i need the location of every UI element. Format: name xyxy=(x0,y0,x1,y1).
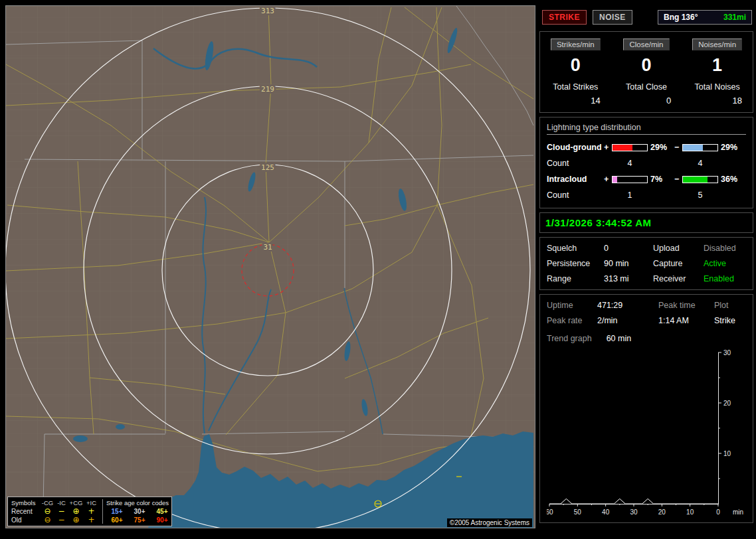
cg-negative-pct: 29% xyxy=(718,143,743,152)
squelch-label: Squelch xyxy=(547,244,604,253)
neg-cg-recent-icon: ⊖ xyxy=(41,508,54,515)
plot-label: Plot xyxy=(714,301,746,310)
legend-symbols-title: Symbols xyxy=(11,499,41,506)
svg-text:20: 20 xyxy=(723,400,731,407)
neg-ic-recent-icon: − xyxy=(54,508,68,515)
ic-positive-bar xyxy=(612,176,648,183)
legend-divider xyxy=(102,499,103,524)
capture-label: Capture xyxy=(653,259,704,268)
clock-section: 1/31/2026 3:44:52 AM xyxy=(539,212,753,233)
uptime-label: Uptime xyxy=(547,301,597,310)
svg-text:0: 0 xyxy=(716,508,720,516)
ring-label-313: 313 xyxy=(261,7,274,15)
age-code-15: 15+ xyxy=(106,508,128,515)
pos-cg-recent-icon: ⊕ xyxy=(68,508,84,515)
legend-col-neg-cg: -CG xyxy=(41,499,54,506)
legend-col-neg-ic: -IC xyxy=(54,499,68,506)
distribution-section: Lightning type distribution Cloud-ground… xyxy=(539,117,753,208)
persistence-label: Persistence xyxy=(547,259,604,268)
trend-graph-window: 60 min xyxy=(607,334,632,343)
noises-per-min-value: 1 xyxy=(682,55,753,76)
ic-negative-bar xyxy=(682,176,718,183)
legend-old-label: Old xyxy=(11,516,41,524)
rates-section: Strikes/min 0 Total Strikes 14 Close/min… xyxy=(539,31,753,113)
cg-positive-count: 4 xyxy=(612,159,648,168)
cg-negative-bar xyxy=(682,144,718,151)
age-code-75: 75+ xyxy=(128,516,151,524)
legend-recent-label: Recent xyxy=(11,508,41,515)
cloud-ground-label: Cloud-ground xyxy=(547,143,604,152)
svg-text:10: 10 xyxy=(723,450,731,457)
ic-negative-pct: 36% xyxy=(718,175,743,184)
legend-age-title: Strike age color codes xyxy=(106,499,173,506)
age-code-45: 45+ xyxy=(151,508,173,515)
peak-time-value: 1:14 AM xyxy=(658,316,714,325)
svg-text:min: min xyxy=(733,508,743,516)
cg-positive-bar xyxy=(612,144,648,151)
strike-button[interactable]: STRIKE xyxy=(542,10,587,25)
peak-time-label: Peak time xyxy=(658,301,714,310)
radar-map[interactable]: 313 219 125 31 Symbols -CG -IC +CG +IC S… xyxy=(5,5,535,528)
copyright-text: ©2005 Astrogenic Systems xyxy=(447,518,532,527)
pos-ic-recent-icon: + xyxy=(84,508,99,515)
close-per-min-value: 0 xyxy=(611,55,682,76)
map-legend: Symbols -CG -IC +CG +IC Strike age color… xyxy=(7,497,172,526)
age-code-60: 60+ xyxy=(106,516,128,524)
status-section: Uptime 471:29 Peak time Plot Peak rate 2… xyxy=(539,294,753,523)
upload-status: Disabled xyxy=(704,244,746,253)
mode-row: STRIKE NOISE Bng 136° 331mi xyxy=(542,9,752,25)
neg-ic-old-icon: − xyxy=(54,516,68,524)
receiver-label: Receiver xyxy=(653,274,704,283)
total-noises-label: Total Noises xyxy=(682,82,753,92)
bearing-readout: Bng 136° 331mi xyxy=(658,10,752,25)
plus-sign: + xyxy=(604,143,612,152)
minus-sign-2: − xyxy=(674,175,682,184)
range-label: Range xyxy=(547,274,604,283)
intracloud-label: Intracloud xyxy=(547,175,604,184)
trend-graph-label: Trend graph xyxy=(547,334,592,343)
total-strikes-value: 14 xyxy=(540,96,611,106)
total-noises-value: 18 xyxy=(682,96,753,106)
uptime-value: 471:29 xyxy=(597,301,658,310)
peak-rate-label: Peak rate xyxy=(547,316,597,325)
ic-count-label: Count xyxy=(547,191,604,200)
capture-status: Active xyxy=(704,259,746,268)
close-per-min-button[interactable]: Close/min xyxy=(623,38,669,50)
distribution-title: Lightning type distribution xyxy=(547,123,746,135)
strikes-per-min-button[interactable]: Strikes/min xyxy=(551,38,601,50)
ring-label-31: 31 xyxy=(263,243,272,252)
bearing-range-value: 331mi xyxy=(723,13,746,22)
ic-positive-pct: 7% xyxy=(648,175,674,184)
range-value: 313 mi xyxy=(604,274,653,283)
total-close-label: Total Close xyxy=(611,82,682,92)
age-code-90: 90+ xyxy=(151,516,173,524)
svg-text:60: 60 xyxy=(547,508,553,516)
plot-value: Strike xyxy=(714,316,746,325)
trend-graph: 6050403020100min102030 xyxy=(547,348,746,518)
noise-button[interactable]: NOISE xyxy=(593,10,632,25)
svg-text:20: 20 xyxy=(658,508,666,516)
squelch-value: 0 xyxy=(604,244,653,253)
ring-label-219: 219 xyxy=(261,85,274,94)
svg-text:50: 50 xyxy=(574,508,582,516)
control-panel: STRIKE NOISE Bng 136° 331mi Strikes/min … xyxy=(539,5,753,534)
trend-graph-canvas: 6050403020100min102030 xyxy=(547,348,747,516)
bearing-value: Bng 136° xyxy=(664,13,698,22)
receiver-status: Enabled xyxy=(704,274,746,283)
svg-text:40: 40 xyxy=(602,508,610,516)
svg-text:30: 30 xyxy=(630,508,638,516)
persistence-value: 90 min xyxy=(604,259,653,268)
age-code-30: 30+ xyxy=(128,508,151,515)
plus-sign-2: + xyxy=(604,175,612,184)
peak-rate-value: 2/min xyxy=(597,316,658,325)
noises-per-min-button[interactable]: Noises/min xyxy=(692,38,742,50)
svg-text:10: 10 xyxy=(686,508,694,516)
svg-text:30: 30 xyxy=(723,349,731,356)
settings-section: Squelch 0 Upload Disabled Persistence 90… xyxy=(539,237,753,290)
ic-positive-count: 1 xyxy=(612,191,648,200)
cg-negative-count: 4 xyxy=(682,159,718,168)
map-canvas: 313 219 125 31 xyxy=(6,6,535,528)
total-strikes-label: Total Strikes xyxy=(540,82,611,92)
legend-col-pos-ic: +IC xyxy=(84,499,99,506)
pos-cg-old-icon: ⊕ xyxy=(68,516,84,524)
